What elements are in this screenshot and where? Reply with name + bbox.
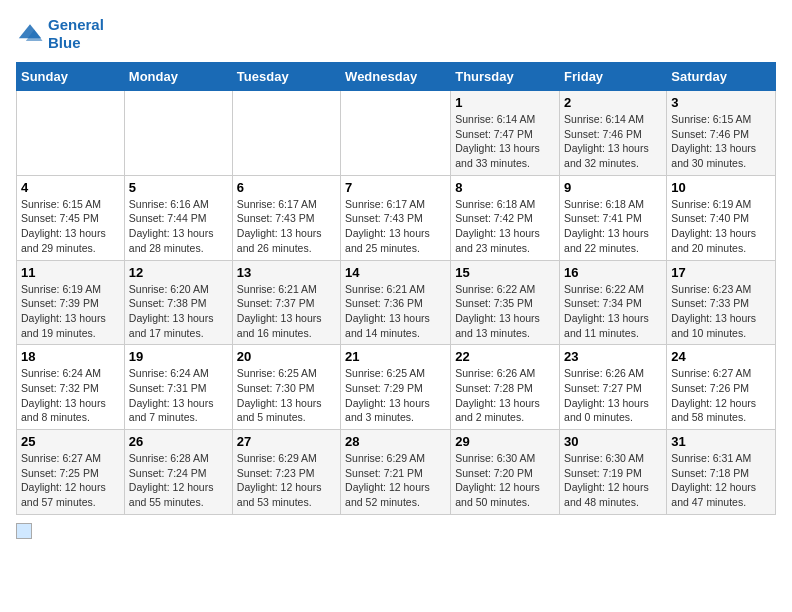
day-number: 8 bbox=[455, 180, 555, 195]
day-number: 10 bbox=[671, 180, 771, 195]
day-number: 24 bbox=[671, 349, 771, 364]
day-info: Sunrise: 6:19 AM Sunset: 7:40 PM Dayligh… bbox=[671, 197, 771, 256]
day-info: Sunrise: 6:24 AM Sunset: 7:31 PM Dayligh… bbox=[129, 366, 228, 425]
footer bbox=[16, 523, 776, 539]
calendar-cell bbox=[341, 91, 451, 176]
legend-box bbox=[16, 523, 32, 539]
week-row-2: 4Sunrise: 6:15 AM Sunset: 7:45 PM Daylig… bbox=[17, 175, 776, 260]
calendar-cell: 12Sunrise: 6:20 AM Sunset: 7:38 PM Dayli… bbox=[124, 260, 232, 345]
logo: General Blue bbox=[16, 16, 104, 52]
day-info: Sunrise: 6:27 AM Sunset: 7:26 PM Dayligh… bbox=[671, 366, 771, 425]
day-number: 11 bbox=[21, 265, 120, 280]
day-info: Sunrise: 6:29 AM Sunset: 7:23 PM Dayligh… bbox=[237, 451, 336, 510]
day-info: Sunrise: 6:19 AM Sunset: 7:39 PM Dayligh… bbox=[21, 282, 120, 341]
calendar-cell: 5Sunrise: 6:16 AM Sunset: 7:44 PM Daylig… bbox=[124, 175, 232, 260]
day-header-sunday: Sunday bbox=[17, 63, 125, 91]
day-info: Sunrise: 6:21 AM Sunset: 7:37 PM Dayligh… bbox=[237, 282, 336, 341]
day-info: Sunrise: 6:15 AM Sunset: 7:46 PM Dayligh… bbox=[671, 112, 771, 171]
day-info: Sunrise: 6:29 AM Sunset: 7:21 PM Dayligh… bbox=[345, 451, 446, 510]
day-info: Sunrise: 6:20 AM Sunset: 7:38 PM Dayligh… bbox=[129, 282, 228, 341]
calendar-cell: 24Sunrise: 6:27 AM Sunset: 7:26 PM Dayli… bbox=[667, 345, 776, 430]
calendar-cell: 10Sunrise: 6:19 AM Sunset: 7:40 PM Dayli… bbox=[667, 175, 776, 260]
calendar-header-row: SundayMondayTuesdayWednesdayThursdayFrid… bbox=[17, 63, 776, 91]
calendar-cell: 3Sunrise: 6:15 AM Sunset: 7:46 PM Daylig… bbox=[667, 91, 776, 176]
calendar-cell: 15Sunrise: 6:22 AM Sunset: 7:35 PM Dayli… bbox=[451, 260, 560, 345]
calendar-cell: 21Sunrise: 6:25 AM Sunset: 7:29 PM Dayli… bbox=[341, 345, 451, 430]
day-info: Sunrise: 6:14 AM Sunset: 7:47 PM Dayligh… bbox=[455, 112, 555, 171]
calendar-cell: 18Sunrise: 6:24 AM Sunset: 7:32 PM Dayli… bbox=[17, 345, 125, 430]
day-number: 28 bbox=[345, 434, 446, 449]
logo-text: General Blue bbox=[48, 16, 104, 52]
calendar-cell: 23Sunrise: 6:26 AM Sunset: 7:27 PM Dayli… bbox=[560, 345, 667, 430]
day-info: Sunrise: 6:30 AM Sunset: 7:20 PM Dayligh… bbox=[455, 451, 555, 510]
day-info: Sunrise: 6:26 AM Sunset: 7:27 PM Dayligh… bbox=[564, 366, 662, 425]
day-number: 13 bbox=[237, 265, 336, 280]
day-header-saturday: Saturday bbox=[667, 63, 776, 91]
calendar-cell: 6Sunrise: 6:17 AM Sunset: 7:43 PM Daylig… bbox=[232, 175, 340, 260]
day-number: 12 bbox=[129, 265, 228, 280]
day-info: Sunrise: 6:15 AM Sunset: 7:45 PM Dayligh… bbox=[21, 197, 120, 256]
day-info: Sunrise: 6:18 AM Sunset: 7:41 PM Dayligh… bbox=[564, 197, 662, 256]
day-number: 23 bbox=[564, 349, 662, 364]
week-row-5: 25Sunrise: 6:27 AM Sunset: 7:25 PM Dayli… bbox=[17, 430, 776, 515]
calendar-cell: 31Sunrise: 6:31 AM Sunset: 7:18 PM Dayli… bbox=[667, 430, 776, 515]
calendar-cell: 25Sunrise: 6:27 AM Sunset: 7:25 PM Dayli… bbox=[17, 430, 125, 515]
day-info: Sunrise: 6:25 AM Sunset: 7:30 PM Dayligh… bbox=[237, 366, 336, 425]
day-info: Sunrise: 6:30 AM Sunset: 7:19 PM Dayligh… bbox=[564, 451, 662, 510]
day-info: Sunrise: 6:23 AM Sunset: 7:33 PM Dayligh… bbox=[671, 282, 771, 341]
day-header-friday: Friday bbox=[560, 63, 667, 91]
day-header-thursday: Thursday bbox=[451, 63, 560, 91]
calendar-cell: 20Sunrise: 6:25 AM Sunset: 7:30 PM Dayli… bbox=[232, 345, 340, 430]
day-number: 20 bbox=[237, 349, 336, 364]
day-number: 6 bbox=[237, 180, 336, 195]
day-number: 18 bbox=[21, 349, 120, 364]
week-row-3: 11Sunrise: 6:19 AM Sunset: 7:39 PM Dayli… bbox=[17, 260, 776, 345]
day-number: 7 bbox=[345, 180, 446, 195]
header: General Blue bbox=[16, 16, 776, 52]
day-header-wednesday: Wednesday bbox=[341, 63, 451, 91]
calendar-cell: 11Sunrise: 6:19 AM Sunset: 7:39 PM Dayli… bbox=[17, 260, 125, 345]
day-info: Sunrise: 6:31 AM Sunset: 7:18 PM Dayligh… bbox=[671, 451, 771, 510]
day-info: Sunrise: 6:24 AM Sunset: 7:32 PM Dayligh… bbox=[21, 366, 120, 425]
day-number: 21 bbox=[345, 349, 446, 364]
day-number: 25 bbox=[21, 434, 120, 449]
day-number: 3 bbox=[671, 95, 771, 110]
day-number: 30 bbox=[564, 434, 662, 449]
day-number: 27 bbox=[237, 434, 336, 449]
calendar-cell: 30Sunrise: 6:30 AM Sunset: 7:19 PM Dayli… bbox=[560, 430, 667, 515]
week-row-4: 18Sunrise: 6:24 AM Sunset: 7:32 PM Dayli… bbox=[17, 345, 776, 430]
calendar-cell: 2Sunrise: 6:14 AM Sunset: 7:46 PM Daylig… bbox=[560, 91, 667, 176]
day-number: 14 bbox=[345, 265, 446, 280]
calendar-cell: 16Sunrise: 6:22 AM Sunset: 7:34 PM Dayli… bbox=[560, 260, 667, 345]
day-info: Sunrise: 6:16 AM Sunset: 7:44 PM Dayligh… bbox=[129, 197, 228, 256]
calendar-cell bbox=[232, 91, 340, 176]
calendar-cell: 29Sunrise: 6:30 AM Sunset: 7:20 PM Dayli… bbox=[451, 430, 560, 515]
day-number: 4 bbox=[21, 180, 120, 195]
day-number: 17 bbox=[671, 265, 771, 280]
day-number: 22 bbox=[455, 349, 555, 364]
day-number: 9 bbox=[564, 180, 662, 195]
day-number: 2 bbox=[564, 95, 662, 110]
calendar-cell: 26Sunrise: 6:28 AM Sunset: 7:24 PM Dayli… bbox=[124, 430, 232, 515]
day-info: Sunrise: 6:27 AM Sunset: 7:25 PM Dayligh… bbox=[21, 451, 120, 510]
day-info: Sunrise: 6:14 AM Sunset: 7:46 PM Dayligh… bbox=[564, 112, 662, 171]
day-info: Sunrise: 6:22 AM Sunset: 7:35 PM Dayligh… bbox=[455, 282, 555, 341]
calendar-cell bbox=[17, 91, 125, 176]
day-info: Sunrise: 6:28 AM Sunset: 7:24 PM Dayligh… bbox=[129, 451, 228, 510]
logo-icon bbox=[16, 20, 44, 48]
week-row-1: 1Sunrise: 6:14 AM Sunset: 7:47 PM Daylig… bbox=[17, 91, 776, 176]
day-number: 15 bbox=[455, 265, 555, 280]
calendar-cell bbox=[124, 91, 232, 176]
calendar-cell: 22Sunrise: 6:26 AM Sunset: 7:28 PM Dayli… bbox=[451, 345, 560, 430]
day-number: 31 bbox=[671, 434, 771, 449]
day-number: 26 bbox=[129, 434, 228, 449]
calendar-cell: 17Sunrise: 6:23 AM Sunset: 7:33 PM Dayli… bbox=[667, 260, 776, 345]
day-header-monday: Monday bbox=[124, 63, 232, 91]
day-info: Sunrise: 6:25 AM Sunset: 7:29 PM Dayligh… bbox=[345, 366, 446, 425]
day-info: Sunrise: 6:17 AM Sunset: 7:43 PM Dayligh… bbox=[345, 197, 446, 256]
day-number: 5 bbox=[129, 180, 228, 195]
calendar-cell: 9Sunrise: 6:18 AM Sunset: 7:41 PM Daylig… bbox=[560, 175, 667, 260]
day-info: Sunrise: 6:21 AM Sunset: 7:36 PM Dayligh… bbox=[345, 282, 446, 341]
day-info: Sunrise: 6:22 AM Sunset: 7:34 PM Dayligh… bbox=[564, 282, 662, 341]
calendar-cell: 7Sunrise: 6:17 AM Sunset: 7:43 PM Daylig… bbox=[341, 175, 451, 260]
